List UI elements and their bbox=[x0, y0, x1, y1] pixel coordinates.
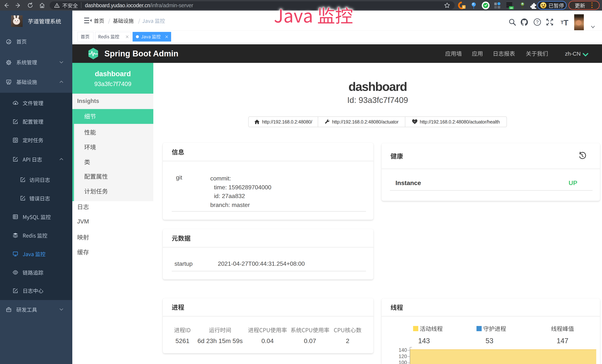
svg-text:?: ? bbox=[536, 20, 538, 25]
svg-text:1: 1 bbox=[463, 5, 464, 9]
svg-text:on: on bbox=[510, 7, 513, 9]
